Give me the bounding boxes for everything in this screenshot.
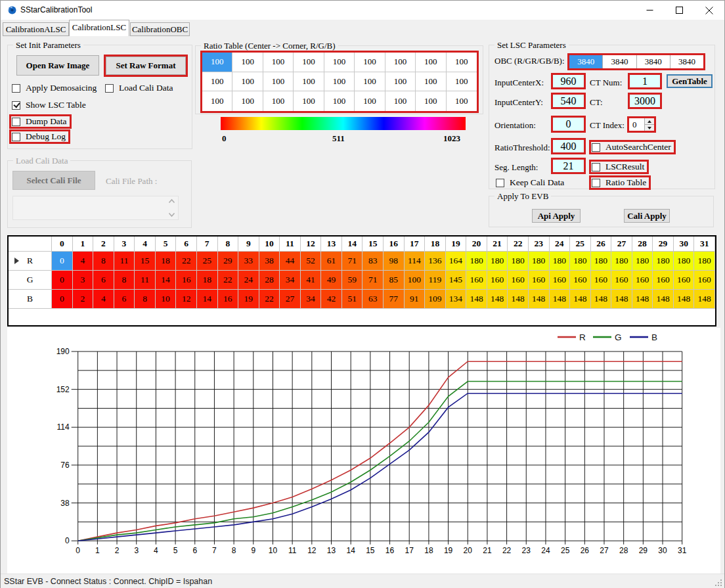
table-cell[interactable]: 180 [674, 252, 695, 271]
table-cell[interactable]: 25 [197, 252, 218, 271]
table-cell[interactable]: 61 [321, 252, 342, 271]
table-cell[interactable]: 29 [218, 252, 239, 271]
table-cell[interactable]: 160 [632, 271, 653, 290]
table-cell[interactable]: 180 [611, 252, 632, 271]
ratio-cell[interactable]: 100 [324, 53, 355, 72]
table-cell[interactable]: 63 [362, 290, 384, 309]
checkbox-keep-cali-data[interactable]: Keep Cali Data [496, 177, 564, 188]
table-cell[interactable]: 8 [93, 252, 114, 271]
table-cell[interactable]: 160 [529, 271, 550, 290]
table-cell[interactable]: 148 [487, 290, 508, 309]
column-header[interactable]: 20 [466, 237, 487, 252]
column-header[interactable]: 22 [508, 237, 529, 252]
ratio-cell[interactable]: 100 [385, 72, 416, 92]
ratio-cell[interactable]: 100 [294, 53, 324, 72]
orientation-field[interactable]: 0 [551, 116, 586, 133]
table-cell[interactable]: 22 [218, 271, 239, 290]
ratio-cell[interactable]: 100 [385, 91, 416, 111]
row-header[interactable]: G [9, 271, 52, 290]
table-cell[interactable]: 148 [529, 290, 550, 309]
table-cell[interactable]: 19 [238, 290, 259, 309]
column-header[interactable]: 4 [135, 237, 156, 252]
checkbox-apply-demosaicing[interactable]: Apply Demosaicing [12, 83, 97, 93]
column-header[interactable]: 14 [342, 237, 363, 252]
column-header[interactable]: 15 [362, 237, 384, 252]
column-header[interactable]: 31 [694, 237, 715, 252]
table-cell[interactable]: 8 [114, 271, 135, 290]
column-header[interactable]: 28 [632, 237, 653, 252]
table-cell[interactable]: 180 [694, 252, 715, 271]
open-raw-image-button[interactable]: Open Raw Image [16, 55, 99, 76]
obc-cell[interactable]: 3840 [637, 55, 670, 68]
table-cell[interactable]: 148 [550, 290, 571, 309]
table-cell[interactable]: 33 [238, 252, 259, 271]
table-cell[interactable]: 41 [301, 271, 322, 290]
minimize-button[interactable] [635, 1, 665, 20]
table-cell[interactable]: 148 [508, 290, 529, 309]
obc-cell[interactable]: 3840 [603, 55, 636, 68]
column-header[interactable]: 30 [674, 237, 695, 252]
column-header[interactable]: 1 [73, 237, 94, 252]
scroll-down-icon[interactable] [168, 212, 175, 217]
input-center-y-field[interactable]: 540 [551, 93, 586, 109]
ratio-cell[interactable]: 100 [355, 91, 385, 111]
table-cell[interactable]: 22 [176, 252, 197, 271]
api-apply-button[interactable]: Api Apply [532, 209, 581, 223]
table-cell[interactable]: 148 [466, 290, 487, 309]
table-cell[interactable]: 2 [73, 290, 94, 309]
ratio-cell[interactable]: 100 [294, 91, 324, 111]
table-cell[interactable]: 136 [425, 252, 446, 271]
table-cell[interactable]: 114 [405, 252, 426, 271]
table-cell[interactable]: 180 [632, 252, 653, 271]
table-cell[interactable]: 180 [591, 252, 612, 271]
table-cell[interactable]: 100 [405, 271, 426, 290]
ratio-threshold-field[interactable]: 400 [551, 138, 586, 154]
ratio-cell[interactable]: 100 [416, 72, 446, 92]
column-header[interactable]: 11 [280, 237, 301, 252]
cali-file-path-textbox[interactable] [12, 196, 179, 220]
column-header[interactable]: 24 [550, 237, 571, 252]
column-header[interactable]: 2 [93, 237, 114, 252]
seg-length-field[interactable]: 21 [551, 158, 586, 174]
table-cell[interactable]: 49 [321, 271, 342, 290]
column-header[interactable]: 16 [384, 237, 405, 252]
table-cell[interactable]: 148 [653, 290, 674, 309]
table-cell[interactable]: 11 [114, 252, 135, 271]
column-header[interactable]: 7 [197, 237, 218, 252]
table-cell[interactable]: 160 [591, 271, 612, 290]
table-cell[interactable]: 160 [570, 271, 591, 290]
table-cell[interactable]: 51 [342, 290, 363, 309]
column-header[interactable]: 10 [259, 237, 280, 252]
table-cell[interactable]: 164 [446, 252, 467, 271]
table-cell[interactable]: 85 [384, 271, 405, 290]
table-cell[interactable]: 180 [550, 252, 571, 271]
table-cell[interactable]: 180 [487, 252, 508, 271]
column-header[interactable]: 29 [653, 237, 674, 252]
ratio-cell[interactable]: 100 [202, 91, 232, 111]
tab-calibrationlsc[interactable]: CalibrationLSC [69, 20, 129, 36]
checkbox-dump-data[interactable]: Dump Data [9, 114, 72, 129]
column-header[interactable]: 18 [425, 237, 446, 252]
ratio-cell[interactable]: 100 [385, 53, 416, 72]
table-cell[interactable]: 4 [73, 252, 94, 271]
obc-cell[interactable]: 3840 [569, 55, 603, 68]
checkbox-autosearchcenter[interactable]: AutoSearchCenter [589, 140, 676, 154]
column-header[interactable]: 13 [321, 237, 342, 252]
column-header[interactable]: 21 [487, 237, 508, 252]
table-cell[interactable]: 160 [694, 271, 715, 290]
close-button[interactable] [694, 1, 724, 20]
ratio-cell[interactable]: 100 [324, 72, 355, 92]
checkbox-lscresult[interactable]: LSCResult [589, 160, 649, 174]
cali-apply-button[interactable]: Cali Apply [624, 209, 670, 223]
table-cell[interactable]: 83 [362, 252, 384, 271]
table-cell[interactable]: 180 [570, 252, 591, 271]
table-cell[interactable]: 3 [73, 271, 94, 290]
column-header[interactable]: 27 [611, 237, 632, 252]
table-cell[interactable]: 22 [259, 290, 280, 309]
checkbox-load-cali-data[interactable]: Load Cali Data [105, 83, 173, 93]
table-cell[interactable]: 180 [653, 252, 674, 271]
table-cell[interactable]: 34 [280, 271, 301, 290]
ratio-cell[interactable]: 100 [232, 53, 263, 72]
ratio-cell[interactable]: 100 [202, 72, 232, 92]
checkbox-ratio-table[interactable]: Ratio Table [589, 175, 651, 190]
